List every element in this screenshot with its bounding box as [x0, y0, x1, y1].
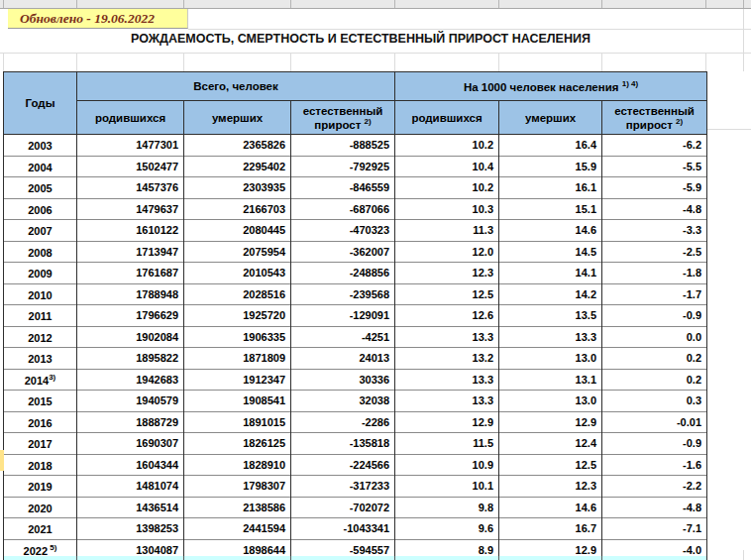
cell-year[interactable]: 2017 — [4, 433, 77, 455]
cell-died-total[interactable]: 1798307 — [184, 476, 291, 498]
cell-growth-total[interactable]: -702072 — [291, 497, 395, 518]
cell-growth-rate[interactable]: -0.9 — [602, 305, 707, 327]
cell-born-total[interactable]: 1713947 — [77, 241, 184, 263]
table-row[interactable]: 2008 1713947 2075954 -362007 12.0 14.5 -… — [4, 241, 707, 263]
cell-died-rate[interactable]: 12.5 — [499, 454, 602, 476]
cell-growth-total[interactable]: -248856 — [291, 263, 395, 284]
cell-growth-rate[interactable]: -0.01 — [602, 411, 707, 433]
cell-growth-total[interactable]: -2286 — [291, 411, 395, 433]
cell-year[interactable]: 2011 — [4, 305, 77, 327]
header-growth-total[interactable]: естественныйприрост 2) — [291, 101, 395, 135]
cell-born-rate[interactable]: 10.2 — [395, 177, 499, 199]
table-row[interactable]: 2004 1502477 2295402 -792925 10.4 15.9 -… — [4, 156, 707, 177]
cell-year[interactable]: 2008 — [4, 241, 77, 263]
cell-born-total[interactable]: 1895822 — [77, 348, 184, 370]
cell-year[interactable]: 2004 — [4, 156, 77, 177]
cell-died-total[interactable]: 2303935 — [184, 177, 291, 199]
cell-died-total[interactable]: 1826125 — [184, 433, 291, 455]
cell-died-rate[interactable]: 16.4 — [499, 135, 602, 157]
cell-year[interactable]: 2015 — [4, 391, 77, 412]
table-row[interactable]: 2018 1604344 1828910 -224566 10.9 12.5 -… — [4, 454, 707, 476]
cell-born-rate[interactable]: 13.3 — [395, 391, 499, 412]
table-row[interactable]: 2009 1761687 2010543 -248856 12.3 14.1 -… — [4, 263, 707, 284]
cell-born-rate[interactable]: 9.8 — [395, 497, 499, 518]
cell-growth-rate[interactable]: 0.3 — [602, 391, 707, 412]
table-row[interactable]: 2017 1690307 1826125 -135818 11.5 12.4 -… — [4, 433, 707, 455]
cell-growth-total[interactable]: 30336 — [291, 369, 395, 391]
cell-born-rate[interactable]: 9.6 — [395, 518, 499, 540]
cell-born-rate[interactable]: 10.1 — [395, 476, 499, 498]
table-row[interactable]: 2006 1479637 2166703 -687066 10.3 15.1 -… — [4, 198, 707, 220]
cell-growth-total[interactable]: -4251 — [291, 326, 395, 348]
cell-year[interactable]: 2013 — [4, 348, 77, 370]
cell-born-total[interactable]: 1788948 — [77, 283, 184, 305]
cell-died-rate[interactable]: 13.3 — [499, 326, 602, 348]
cell-growth-rate[interactable]: -3.3 — [602, 220, 707, 242]
cell-died-rate[interactable]: 16.7 — [499, 518, 602, 540]
header-died-rate[interactable]: умерших — [499, 101, 602, 135]
cell-born-total[interactable]: 1610122 — [77, 220, 184, 242]
cell-growth-rate[interactable]: 0.0 — [602, 326, 707, 348]
cell-born-rate[interactable]: 12.3 — [395, 263, 499, 284]
cell-year[interactable]: 2016 — [4, 411, 77, 433]
cell-born-total[interactable]: 1502477 — [77, 156, 184, 177]
cell-year[interactable]: 2012 — [4, 326, 77, 348]
cell-born-total[interactable]: 1796629 — [77, 305, 184, 327]
cell-died-total[interactable]: 2010543 — [184, 263, 291, 284]
table-row[interactable]: 2015 1940579 1908541 32038 13.3 13.0 0.3 — [4, 391, 707, 412]
table-row[interactable]: 2007 1610122 2080445 -470323 11.3 14.6 -… — [4, 220, 707, 242]
cell-died-rate[interactable]: 14.1 — [499, 263, 602, 284]
cell-born-total[interactable]: 1690307 — [77, 433, 184, 455]
cell-growth-total[interactable]: -224566 — [291, 454, 395, 476]
cell-born-total[interactable]: 1888729 — [77, 411, 184, 433]
cell-died-total[interactable]: 2365826 — [184, 135, 291, 157]
cell-died-rate[interactable]: 14.2 — [499, 283, 602, 305]
cell-born-rate[interactable]: 13.3 — [395, 369, 499, 391]
table-row[interactable]: 2019 1481074 1798307 -317233 10.1 12.3 -… — [4, 476, 707, 498]
cell-died-total[interactable]: 2028516 — [184, 283, 291, 305]
cell-year[interactable]: 2007 — [4, 220, 77, 242]
cell-growth-total[interactable]: -687066 — [291, 198, 395, 220]
cell-born-total[interactable]: 1398253 — [77, 518, 184, 540]
cell-growth-total[interactable]: -846559 — [291, 177, 395, 199]
cell-died-rate[interactable]: 13.0 — [499, 391, 602, 412]
cell-born-rate[interactable]: 11.3 — [395, 220, 499, 242]
header-born-total[interactable]: родившихся — [77, 101, 184, 135]
cell-died-rate[interactable]: 14.6 — [499, 220, 602, 242]
cell-died-total[interactable]: 1828910 — [184, 454, 291, 476]
cell-growth-rate[interactable]: -7.1 — [602, 518, 707, 540]
cell-year[interactable]: 20143) — [4, 369, 77, 391]
table-row[interactable]: 2010 1788948 2028516 -239568 12.5 14.2 -… — [4, 283, 707, 305]
table-row[interactable]: 2016 1888729 1891015 -2286 12.9 12.9 -0.… — [4, 411, 707, 433]
cell-died-rate[interactable]: 12.9 — [499, 411, 602, 433]
cell-died-total[interactable]: 2441594 — [184, 518, 291, 540]
cell-died-rate[interactable]: 14.5 — [499, 241, 602, 263]
cell-year[interactable]: 2009 — [4, 263, 77, 284]
cell-died-rate[interactable]: 16.1 — [499, 177, 602, 199]
cell-growth-rate[interactable]: -2.2 — [602, 476, 707, 498]
cell-died-rate[interactable]: 13.0 — [499, 348, 602, 370]
cell-growth-rate[interactable]: -4.8 — [602, 198, 707, 220]
cell-growth-rate[interactable]: -6.2 — [602, 135, 707, 157]
header-years[interactable]: Годы — [4, 72, 77, 135]
cell-growth-total[interactable]: -470323 — [291, 220, 395, 242]
cell-born-total[interactable]: 1436514 — [77, 497, 184, 518]
cell-born-rate[interactable]: 12.6 — [395, 305, 499, 327]
cell-growth-total[interactable]: -239568 — [291, 283, 395, 305]
cell-born-rate[interactable]: 13.3 — [395, 326, 499, 348]
table-row[interactable]: 2012 1902084 1906335 -4251 13.3 13.3 0.0 — [4, 326, 707, 348]
cell-died-total[interactable]: 1925720 — [184, 305, 291, 327]
cell-year[interactable]: 2003 — [4, 135, 77, 157]
table-row[interactable]: 2021 1398253 2441594 -1043341 9.6 16.7 -… — [4, 518, 707, 540]
cell-born-rate[interactable]: 12.9 — [395, 411, 499, 433]
table-row[interactable]: 20143) 1942683 1912347 30336 13.3 13.1 0… — [4, 369, 707, 391]
cell-growth-total[interactable]: 32038 — [291, 391, 395, 412]
cell-died-total[interactable]: 1912347 — [184, 369, 291, 391]
statistics-table[interactable]: Годы Всего, человек На 1000 человек насе… — [3, 71, 707, 560]
cell-born-rate[interactable]: 12.5 — [395, 283, 499, 305]
cell-growth-total[interactable]: -362007 — [291, 241, 395, 263]
cell-born-total[interactable]: 1481074 — [77, 476, 184, 498]
cell-year[interactable]: 2019 — [4, 476, 77, 498]
cell-died-total[interactable]: 1906335 — [184, 326, 291, 348]
cell-born-rate[interactable]: 11.5 — [395, 433, 499, 455]
